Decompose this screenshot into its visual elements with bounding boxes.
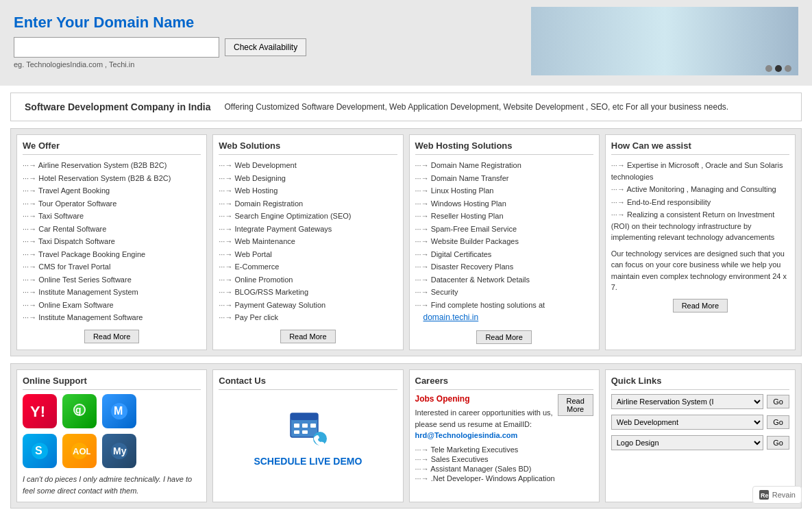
quick-links-select-3[interactable]: Logo Design: [611, 435, 764, 450]
list-item: Disaster Recovery Plans: [415, 260, 593, 273]
careers-read-more-button[interactable]: Read More: [558, 394, 593, 416]
main-grid: We Offer Airline Reservation System (B2B…: [10, 128, 802, 356]
web-solutions-box: Web Solutions Web Development Web Design…: [212, 134, 403, 350]
svg-rect-18: [302, 430, 308, 434]
web-solutions-read-more-button[interactable]: Read More: [280, 330, 335, 343]
svg-rect-16: [310, 424, 316, 428]
how-assist-body: Our technology services are designed suc…: [611, 248, 789, 293]
web-hosting-box: Web Hosting Solutions Domain Name Regist…: [409, 134, 600, 350]
quick-links-row-2: Web Development Go: [611, 415, 789, 430]
carousel-dot-3[interactable]: [785, 65, 791, 72]
svg-rect-15: [302, 424, 308, 428]
quick-links-go-button-1[interactable]: Go: [767, 395, 789, 408]
careers-title: Careers: [415, 376, 593, 390]
support-icons-row-1: Y! g M: [23, 394, 201, 428]
list-item: Windows Hosting Plan: [415, 197, 593, 210]
list-item: Reseller Hosting Plan: [415, 210, 593, 223]
quick-links-select-2[interactable]: Web Development: [611, 415, 764, 430]
domain-input[interactable]: [14, 37, 219, 58]
contact-us-box: Contact Us: [212, 369, 403, 502]
check-availability-button[interactable]: Check Availability: [225, 38, 306, 56]
svg-text:S: S: [35, 445, 42, 456]
we-offer-read-more-button[interactable]: Read More: [84, 330, 139, 343]
quick-links-row-3: Logo Design Go: [611, 435, 789, 450]
list-item: Web Maintenance: [219, 235, 397, 248]
list-item: Web Hosting: [219, 184, 397, 197]
web-solutions-title: Web Solutions: [219, 140, 397, 155]
carousel-dots: [765, 65, 791, 72]
list-item: Sales Executives: [415, 454, 593, 464]
domain-left: Enter Your Domain Name Check Availabilit…: [14, 14, 531, 69]
list-item: Airline Reservation System (B2B B2C): [23, 159, 201, 172]
we-offer-title: We Offer: [23, 140, 201, 155]
domain-link[interactable]: domain.techi.in: [423, 313, 479, 322]
domain-section: Enter Your Domain Name Check Availabilit…: [0, 0, 812, 86]
list-item: Online Test Series Software: [23, 273, 201, 286]
svg-text:M: M: [114, 405, 123, 417]
list-item: BLOG/RSS Marketing: [219, 286, 397, 299]
carousel-dot-1[interactable]: [765, 65, 772, 72]
svg-rect-13: [291, 413, 318, 420]
svg-text:AOL: AOL: [73, 446, 90, 456]
list-item: Domain Name Registration: [415, 159, 593, 172]
list-item: Travel Agent Booking: [23, 184, 201, 197]
how-assist-read-more-button[interactable]: Read More: [673, 299, 728, 313]
how-assist-list: Expertise in Microsoft , Oracle and Sun …: [611, 159, 789, 244]
jobs-opening-title: Jobs Opening: [415, 394, 558, 404]
yahoo-icon: Y!: [23, 394, 57, 428]
schedule-icon: [284, 408, 332, 449]
how-assist-box: How Can we assist Expertise in Microsoft…: [605, 134, 796, 350]
quick-links-box: Quick Links Airline Reservation System (…: [605, 369, 796, 502]
list-item: Website Builder Packages: [415, 235, 593, 248]
svg-rect-14: [294, 424, 299, 428]
support-icons-row-2: S AOL My: [23, 434, 201, 468]
careers-text: Interested in career opportunities with …: [415, 407, 558, 441]
list-item: Pay Per click: [219, 311, 397, 324]
quick-links-title: Quick Links: [611, 376, 789, 390]
domain-input-row: Check Availability: [14, 37, 531, 58]
careers-main-content: Jobs Opening Interested in career opport…: [415, 394, 558, 445]
careers-email: hrd@Technologiesindia.com: [415, 431, 518, 439]
list-item: CMS for Travel Portal: [23, 260, 201, 273]
quick-links-go-button-2[interactable]: Go: [767, 415, 789, 429]
web-solutions-list: Web Development Web Designing Web Hostin…: [219, 159, 397, 324]
aol-icon: AOL: [62, 434, 97, 468]
carousel-dot-2[interactable]: [775, 65, 782, 72]
careers-list: Tele Marketing Executives Sales Executiv…: [415, 445, 593, 483]
online-support-box: Online Support Y! g M S AOL: [16, 369, 207, 502]
schedule-live-demo-button[interactable]: SCHEDULE LIVE DEMO: [225, 456, 390, 467]
revain-text: Revain: [772, 491, 796, 499]
software-banner-title: Software Development Company in India: [25, 101, 211, 112]
list-item: Datacenter & Network Details: [415, 273, 593, 286]
list-item: Web Designing: [219, 172, 397, 185]
revain-icon: Re: [759, 489, 770, 500]
quick-links-select-1[interactable]: Airline Reservation System (I: [611, 394, 764, 409]
web-hosting-list: Domain Name Registration Domain Name Tra…: [415, 159, 593, 311]
list-item: Digital Certificates: [415, 248, 593, 261]
list-item: Domain Registration: [219, 197, 397, 210]
list-item: Domain Name Transfer: [415, 172, 593, 185]
revain-badge: Re Revain: [752, 486, 802, 504]
svg-text:My: My: [113, 445, 127, 456]
svg-text:g: g: [75, 404, 82, 415]
web-hosting-read-more-button[interactable]: Read More: [476, 330, 531, 344]
list-item: E-Commerce: [219, 260, 397, 273]
list-item: Car Rental Software: [23, 223, 201, 236]
bottom-grid: Online Support Y! g M S AOL: [10, 363, 802, 509]
domain-image-bg: [531, 7, 798, 75]
skype-icon: S: [23, 434, 57, 468]
gtalk-icon: g: [62, 394, 97, 428]
list-item: Taxi Software: [23, 210, 201, 223]
contact-box-content: SCHEDULE LIVE DEMO: [219, 394, 397, 474]
we-offer-list: Airline Reservation System (B2B B2C) Hot…: [23, 159, 201, 324]
msn-icon: M: [102, 394, 136, 428]
svg-rect-17: [294, 430, 299, 434]
list-item: .Net Developer- Windows Application: [415, 474, 593, 483]
list-item: End-to-End responsibility: [611, 196, 789, 209]
domain-example: eg. TechnologiesIndia.com , Techi.in: [14, 60, 531, 69]
quick-links-row-1: Airline Reservation System (I Go: [611, 394, 789, 409]
list-item: Travel Package Booking Engine: [23, 248, 201, 261]
quick-links-go-button-3[interactable]: Go: [767, 436, 789, 450]
domain-image: [531, 7, 798, 75]
list-item: Payment Gateway Solution: [219, 299, 397, 312]
